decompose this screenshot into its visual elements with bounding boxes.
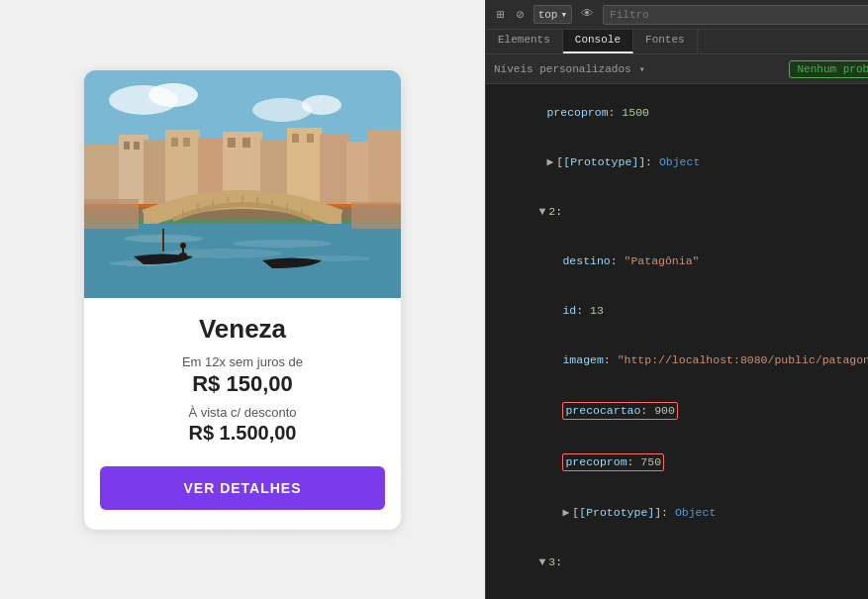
tab-elements[interactable]: Elements bbox=[486, 30, 563, 53]
svg-point-5 bbox=[302, 95, 341, 115]
circle-slash-icon[interactable]: ⊘ bbox=[514, 5, 528, 25]
console-line: destino: "Patagônia" bbox=[486, 237, 868, 286]
card-title: Veneza bbox=[104, 314, 381, 345]
filter-label: Filtro bbox=[610, 9, 649, 21]
console-output: precoprom: 1500 ▶[[Prototype]]: Object ▼… bbox=[486, 84, 868, 599]
tab-console[interactable]: Console bbox=[563, 30, 633, 53]
top-selector[interactable]: top ▾ bbox=[533, 5, 572, 24]
devtools-filter-bar: Níveis personalizados ▾ Nenhum problema bbox=[486, 54, 868, 84]
svg-point-41 bbox=[179, 252, 187, 258]
details-button[interactable]: VER DETALHES bbox=[100, 466, 385, 510]
console-line: ▼3: bbox=[486, 538, 868, 587]
installment-label: Em 12x sem juros de bbox=[104, 354, 381, 369]
cash-value: R$ 1.500,00 bbox=[104, 422, 381, 445]
svg-point-3 bbox=[148, 83, 198, 107]
svg-rect-21 bbox=[228, 138, 236, 148]
cash-label: À vista c/ desconto bbox=[104, 405, 381, 420]
console-line: ▼2: bbox=[486, 187, 868, 237]
top-label: top bbox=[538, 9, 558, 21]
svg-point-36 bbox=[233, 240, 332, 248]
svg-rect-18 bbox=[134, 142, 140, 150]
console-line: id: 13 bbox=[486, 286, 868, 336]
console-line: precocartao: 900 bbox=[486, 385, 868, 437]
installment-value: R$ 150,00 bbox=[104, 371, 381, 397]
svg-rect-15 bbox=[346, 142, 371, 204]
svg-rect-16 bbox=[368, 130, 401, 204]
svg-rect-20 bbox=[183, 138, 190, 147]
devtools-tabs: Elements Console Fontes ⚙ bbox=[486, 30, 868, 54]
eye-icon[interactable]: 👁 bbox=[578, 5, 597, 24]
svg-rect-44 bbox=[84, 199, 139, 229]
svg-rect-45 bbox=[351, 202, 401, 229]
console-line: ▶[[Prototype]]: Object bbox=[486, 488, 868, 538]
svg-rect-9 bbox=[165, 130, 200, 204]
svg-rect-23 bbox=[292, 134, 299, 143]
svg-rect-17 bbox=[124, 142, 130, 150]
devtools-panel: ⊞ ⊘ top ▾ 👁 Filtro Elements Console Font… bbox=[485, 0, 868, 599]
console-line: destino: "Grand Canyon" bbox=[486, 587, 868, 599]
grid-icon[interactable]: ⊞ bbox=[494, 5, 508, 25]
console-line: precoprom: 1500 bbox=[486, 88, 868, 138]
devtools-toolbar: ⊞ ⊘ top ▾ 👁 Filtro bbox=[486, 0, 868, 30]
product-card: Veneza Em 12x sem juros de R$ 150,00 À v… bbox=[84, 70, 401, 530]
custom-levels-label: Níveis personalizados bbox=[494, 63, 631, 75]
svg-rect-6 bbox=[84, 145, 124, 204]
console-line: precoprom: 750 bbox=[486, 437, 868, 488]
left-panel: Veneza Em 12x sem juros de R$ 150,00 À v… bbox=[0, 0, 485, 599]
chevron-down-icon: ▾ bbox=[560, 8, 567, 21]
svg-rect-8 bbox=[144, 140, 168, 204]
svg-point-43 bbox=[180, 243, 186, 249]
svg-rect-19 bbox=[171, 138, 178, 147]
card-body: Veneza Em 12x sem juros de R$ 150,00 À v… bbox=[84, 298, 401, 466]
svg-rect-24 bbox=[307, 134, 314, 143]
svg-rect-14 bbox=[320, 135, 349, 204]
svg-rect-22 bbox=[242, 138, 250, 148]
console-line: ▶[[Prototype]]: Object bbox=[486, 138, 868, 187]
dropdown-arrow-icon[interactable]: ▾ bbox=[639, 63, 645, 75]
card-image bbox=[84, 70, 401, 298]
no-problems-badge: Nenhum problema bbox=[789, 60, 869, 78]
tab-sources[interactable]: Fontes bbox=[633, 30, 698, 53]
console-line: imagem: "http://localhost:8080/public/pa… bbox=[486, 336, 868, 385]
svg-point-4 bbox=[252, 98, 312, 122]
